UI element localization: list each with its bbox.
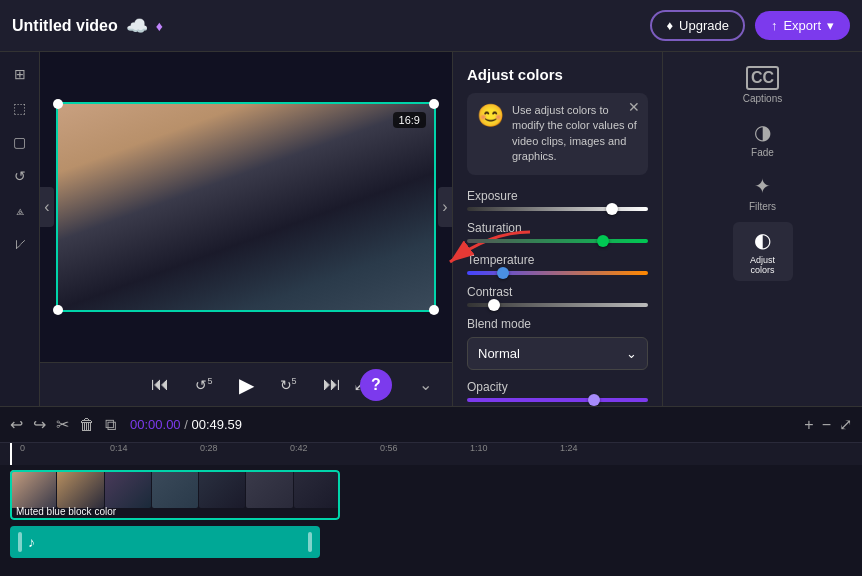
video-clip-label: Muted blue block color	[16, 506, 116, 517]
filters-icon: ✦	[754, 174, 771, 198]
adjust-colors-panel-button[interactable]: ◐ Adjust colors	[733, 222, 793, 281]
adjust-colors-label: Adjust colors	[741, 255, 785, 275]
ruler-mark-1: 0:14	[110, 443, 128, 453]
topbar-right: ♦ Upgrade ↑ Export ▾	[650, 10, 850, 41]
time-display: 00:00.00 / 00:49.59	[130, 417, 242, 432]
ruler-mark-6: 1:24	[560, 443, 578, 453]
delete-button[interactable]: 🗑	[79, 416, 95, 434]
fade-panel-button[interactable]: ◑ Fade	[733, 114, 793, 164]
copy-button[interactable]: ⧉	[105, 416, 116, 434]
timeline-toolbar: ↩ ↪ ✂ 🗑 ⧉ 00:00.00 / 00:49.59 + − ⤢	[0, 407, 862, 443]
handle-bottom-right[interactable]	[429, 305, 439, 315]
skip-back-button[interactable]: ⏮	[147, 370, 173, 399]
ruler-mark-0: 0	[20, 443, 25, 453]
handle-top-left[interactable]	[53, 99, 63, 109]
cloud-icon: ☁️	[126, 15, 148, 37]
exposure-track[interactable]	[467, 207, 648, 211]
playhead[interactable]	[10, 443, 12, 465]
gem-badge: ♦	[156, 18, 163, 34]
captions-panel-button[interactable]: CC Captions	[733, 60, 793, 110]
audio-track: ♪	[10, 525, 852, 559]
ruler-mark-5: 1:10	[470, 443, 488, 453]
sidebar-icon-crop[interactable]: ⊞	[6, 60, 34, 88]
video-clip[interactable]: Muted blue block color	[10, 470, 340, 520]
topbar-left: Untitled video ☁️ ♦	[12, 15, 163, 37]
temperature-track[interactable]	[467, 271, 648, 275]
right-panel: CC Captions ◑ Fade ✦ Filters ◐ Adjust co…	[662, 52, 862, 406]
thumb-1	[10, 470, 56, 508]
upgrade-button[interactable]: ♦ Upgrade	[650, 10, 745, 41]
saturation-track[interactable]	[467, 239, 648, 243]
zoom-out-button[interactable]: −	[822, 415, 831, 434]
sidebar-icon-frame[interactable]: ▢	[6, 128, 34, 156]
skip-next-button[interactable]: ⏭	[319, 370, 345, 399]
project-title: Untitled video	[12, 17, 118, 35]
filters-panel-button[interactable]: ✦ Filters	[733, 168, 793, 218]
adjust-colors-icon: ◐	[754, 228, 771, 252]
expand-right-button[interactable]: ›	[438, 187, 452, 227]
exposure-label: Exposure	[467, 189, 648, 203]
sidebar-icon-flip[interactable]: ⟁	[6, 196, 34, 224]
fade-icon: ◑	[754, 120, 771, 144]
ruler-mark-4: 0:56	[380, 443, 398, 453]
chevron-down-button[interactable]: ⌄	[419, 375, 432, 394]
opacity-label: Opacity	[467, 380, 648, 394]
blend-chevron-icon: ⌄	[626, 346, 637, 361]
saturation-thumb[interactable]	[597, 235, 609, 247]
thumb-6	[246, 470, 292, 508]
temperature-label: Temperature	[467, 253, 648, 267]
filters-label: Filters	[749, 201, 776, 212]
redo-button[interactable]: ↪	[33, 415, 46, 434]
playback-controls: ⏮ ↺5 ▶ ↻5 ⏭ ⤢ ? ⌄	[40, 362, 452, 406]
sidebar-icon-trim[interactable]: ⬚	[6, 94, 34, 122]
cut-button[interactable]: ✂	[56, 415, 69, 434]
thumb-2	[57, 470, 103, 508]
opacity-thumb[interactable]	[588, 394, 600, 406]
left-sidebar: ⊞ ⬚ ▢ ↺ ⟁ ⩗	[0, 52, 40, 406]
video-frame: 16:9	[56, 102, 436, 312]
temperature-thumb[interactable]	[497, 267, 509, 279]
handle-top-right[interactable]	[429, 99, 439, 109]
video-clip-thumbnails	[10, 470, 340, 508]
timeline-right-controls: + − ⤢	[804, 415, 852, 434]
sidebar-icon-rotate[interactable]: ↺	[6, 162, 34, 190]
time-current: 00:00.00	[130, 417, 181, 432]
audio-handle-right[interactable]	[308, 532, 312, 552]
export-chevron-icon: ▾	[827, 18, 834, 33]
audio-clip[interactable]: ♪	[10, 526, 320, 558]
thumb-4	[152, 470, 198, 508]
video-thumbnail	[58, 104, 434, 310]
timeline-ruler: 0 0:14 0:28 0:42 0:56 1:10 1:24	[0, 443, 862, 465]
help-button[interactable]: ?	[360, 369, 392, 401]
blend-mode-select[interactable]: Normal ⌄	[467, 337, 648, 370]
contrast-label: Contrast	[467, 285, 648, 299]
video-track: Muted blue block color	[10, 469, 852, 521]
zoom-in-button[interactable]: +	[804, 415, 813, 434]
close-info-button[interactable]: ✕	[628, 99, 640, 115]
guitar-image	[58, 104, 434, 310]
info-text: Use adjust colors to modify the color va…	[512, 103, 638, 165]
main-area: ⊞ ⬚ ▢ ↺ ⟁ ⩗ ‹ 16:9	[0, 52, 862, 406]
sidebar-icon-split[interactable]: ⩗	[6, 230, 34, 258]
tracks-content: Muted blue block color ♪	[0, 469, 862, 572]
saturation-label: Saturation	[467, 221, 648, 235]
fit-button[interactable]: ⤢	[839, 415, 852, 434]
export-button[interactable]: ↑ Export ▾	[755, 11, 850, 40]
contrast-thumb[interactable]	[488, 299, 500, 311]
opacity-track[interactable]	[467, 398, 648, 402]
ruler-mark-2: 0:28	[200, 443, 218, 453]
info-emoji: 😊	[477, 103, 504, 129]
thumb-3	[105, 470, 151, 508]
contrast-track[interactable]	[467, 303, 648, 307]
play-button[interactable]: ▶	[235, 369, 258, 401]
exposure-thumb[interactable]	[606, 203, 618, 215]
editor-area: ‹ 16:9 › ⏮ ↺5 ▶ ↻5	[40, 52, 452, 406]
forward-button[interactable]: ↻5	[276, 372, 301, 397]
handle-bottom-left[interactable]	[53, 305, 63, 315]
captions-icon: CC	[746, 66, 779, 90]
captions-label: Captions	[743, 93, 782, 104]
rewind-button[interactable]: ↺5	[191, 372, 216, 397]
expand-left-button[interactable]: ‹	[40, 187, 54, 227]
undo-button[interactable]: ↩	[10, 415, 23, 434]
audio-handle-left[interactable]	[18, 532, 22, 552]
